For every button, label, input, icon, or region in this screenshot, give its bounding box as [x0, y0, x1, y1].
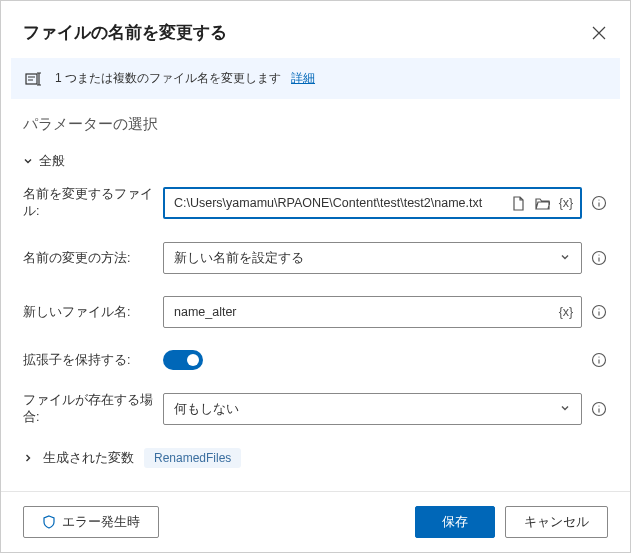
generated-variables-toggle[interactable]: 生成された変数 RenamedFiles — [23, 448, 608, 468]
svg-point-6 — [598, 308, 599, 309]
new-filename-input[interactable] — [174, 305, 557, 319]
new-filename-label: 新しいファイル名: — [23, 304, 155, 321]
svg-point-8 — [598, 356, 599, 357]
general-group-toggle[interactable]: 全般 — [23, 152, 608, 170]
select-file-icon[interactable] — [509, 194, 527, 212]
chevron-down-icon — [559, 400, 571, 418]
file-to-rename-input[interactable] — [174, 196, 509, 210]
cancel-button[interactable]: キャンセル — [505, 506, 608, 538]
shield-icon — [42, 515, 56, 529]
info-icon[interactable] — [590, 303, 608, 321]
if-exists-label: ファイルが存在する場合: — [23, 392, 155, 426]
on-error-button[interactable]: エラー発生時 — [23, 506, 159, 538]
keep-extension-label: 拡張子を保持する: — [23, 352, 155, 369]
generated-variable-badge[interactable]: RenamedFiles — [144, 448, 241, 468]
dialog-title: ファイルの名前を変更する — [23, 21, 227, 44]
variable-token-icon[interactable]: {x} — [557, 194, 575, 212]
details-link[interactable]: 詳細 — [291, 70, 315, 87]
if-exists-select[interactable]: 何もしない — [163, 393, 582, 425]
info-icon[interactable] — [590, 194, 608, 212]
chevron-right-icon — [23, 453, 33, 463]
info-text: 1 つまたは複数のファイル名を変更します — [55, 70, 281, 87]
rename-method-value: 新しい名前を設定する — [174, 250, 304, 267]
svg-rect-0 — [26, 74, 37, 84]
if-exists-value: 何もしない — [174, 401, 239, 418]
info-icon[interactable] — [590, 249, 608, 267]
svg-point-10 — [598, 405, 599, 406]
general-group-label: 全般 — [39, 152, 65, 170]
keep-extension-toggle[interactable] — [163, 350, 203, 370]
info-icon[interactable] — [590, 351, 608, 369]
chevron-down-icon — [559, 249, 571, 267]
svg-point-4 — [598, 254, 599, 255]
rename-file-icon — [25, 71, 45, 87]
info-icon[interactable] — [590, 400, 608, 418]
generated-variables-label: 生成された変数 — [43, 449, 134, 467]
select-folder-icon[interactable] — [533, 194, 551, 212]
svg-point-2 — [598, 199, 599, 200]
params-heading: パラメーターの選択 — [23, 115, 608, 134]
variable-token-icon[interactable]: {x} — [557, 303, 575, 321]
on-error-label: エラー発生時 — [62, 513, 140, 531]
rename-method-label: 名前の変更の方法: — [23, 250, 155, 267]
close-icon[interactable] — [590, 24, 608, 42]
save-button[interactable]: 保存 — [415, 506, 495, 538]
file-to-rename-label: 名前を変更するファイル: — [23, 186, 155, 220]
rename-method-select[interactable]: 新しい名前を設定する — [163, 242, 582, 274]
chevron-down-icon — [23, 156, 33, 166]
